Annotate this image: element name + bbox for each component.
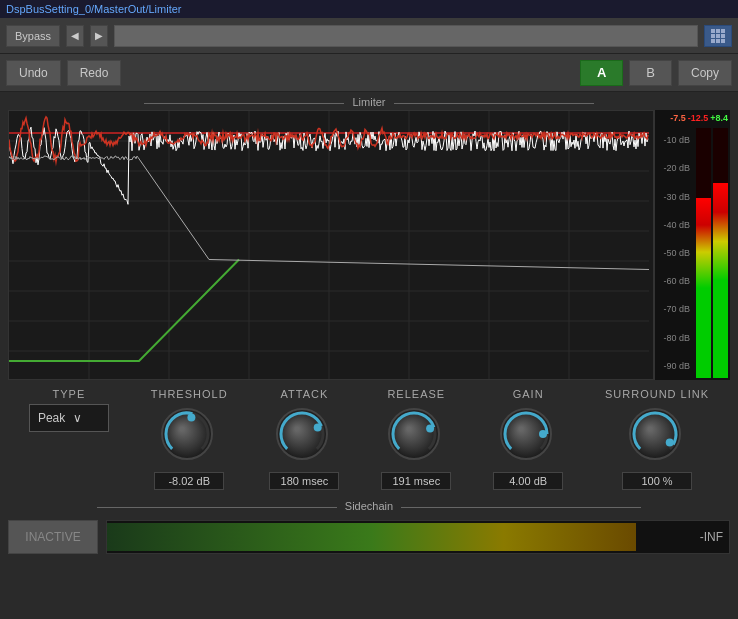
meter-db-labels: -10 dB -20 dB -30 dB -40 dB -50 dB -60 d… bbox=[655, 126, 693, 380]
surround-link-control: SURROUND LINK 100 % bbox=[605, 388, 709, 490]
gain-knob[interactable] bbox=[496, 404, 556, 464]
release-label: RELEASE bbox=[387, 388, 445, 400]
sidechain-label: Sidechain bbox=[8, 500, 730, 512]
title-bar: DspBusSetting_0/MasterOut/Limiter bbox=[0, 0, 738, 18]
undo-button[interactable]: Undo bbox=[6, 60, 61, 86]
prev-button[interactable]: ◀ bbox=[66, 25, 84, 47]
type-control: TYPE Peak ∨ bbox=[29, 388, 109, 432]
attack-label: ATTACK bbox=[281, 388, 329, 400]
threshold-knob[interactable] bbox=[157, 404, 217, 464]
bypass-button[interactable]: Bypass bbox=[6, 25, 60, 47]
attack-value: 180 msec bbox=[269, 472, 339, 490]
top-controls: Bypass ◀ ▶ bbox=[0, 18, 738, 54]
surround-link-knob[interactable] bbox=[625, 404, 685, 464]
svg-rect-7 bbox=[716, 39, 720, 43]
threshold-label: THRESHOLD bbox=[151, 388, 228, 400]
release-knob[interactable] bbox=[384, 404, 444, 464]
title-text: DspBusSetting_0/MasterOut/Limiter bbox=[6, 3, 181, 15]
release-knob-container bbox=[384, 404, 448, 468]
attack-knob[interactable] bbox=[272, 404, 332, 464]
meter-bar-2 bbox=[713, 128, 728, 378]
attack-knob-container bbox=[272, 404, 336, 468]
grid-button[interactable] bbox=[704, 25, 732, 47]
inactive-button[interactable]: INACTIVE bbox=[8, 520, 98, 554]
sidechain-value: -INF bbox=[700, 530, 723, 544]
meter-bars-area bbox=[694, 126, 730, 380]
level-meter: -7.5 -12.5 +8.4 -10 dB -20 dB -30 dB -40… bbox=[654, 110, 730, 380]
svg-rect-8 bbox=[721, 39, 725, 43]
surround-link-value: 100 % bbox=[622, 472, 692, 490]
release-control: RELEASE 191 msec bbox=[381, 388, 451, 490]
threshold-knob-container bbox=[157, 404, 221, 468]
visualizer-container: -7.5 -12.5 +8.4 -10 dB -20 dB -30 dB -40… bbox=[8, 110, 730, 380]
svg-rect-3 bbox=[711, 34, 715, 38]
threshold-control: THRESHOLD -8.02 dB bbox=[151, 388, 228, 490]
gain-knob-container bbox=[496, 404, 560, 468]
controls-area: TYPE Peak ∨ THRESHOLD -8.02 dB ATTACK 18… bbox=[8, 380, 730, 494]
meter-bar-1 bbox=[696, 128, 711, 378]
visualizer bbox=[8, 110, 654, 380]
type-dropdown[interactable]: Peak ∨ bbox=[29, 404, 109, 432]
surround-link-knob-container bbox=[625, 404, 689, 468]
gain-label: GAIN bbox=[513, 388, 544, 400]
clip-value-2: -12.5 bbox=[688, 113, 709, 123]
attack-control: ATTACK 180 msec bbox=[269, 388, 339, 490]
clip-value-1: -7.5 bbox=[670, 113, 686, 123]
svg-rect-4 bbox=[716, 34, 720, 38]
sidechain-controls: INACTIVE -INF bbox=[8, 516, 730, 558]
surround-link-label: SURROUND LINK bbox=[605, 388, 709, 400]
viz-canvas bbox=[9, 111, 649, 380]
preset-bar[interactable] bbox=[114, 25, 698, 47]
toolbar: Undo Redo A B Copy bbox=[0, 54, 738, 92]
copy-button[interactable]: Copy bbox=[678, 60, 732, 86]
main-area: Limiter -7.5 -12.5 +8.4 -10 dB -20 dB -3… bbox=[0, 92, 738, 558]
gain-control: GAIN 4.00 dB bbox=[493, 388, 563, 490]
svg-rect-0 bbox=[711, 29, 715, 33]
svg-rect-2 bbox=[721, 29, 725, 33]
type-label: TYPE bbox=[53, 388, 86, 400]
limiter-section: Limiter -7.5 -12.5 +8.4 -10 dB -20 dB -3… bbox=[8, 96, 730, 380]
gain-value: 4.00 dB bbox=[493, 472, 563, 490]
a-button[interactable]: A bbox=[580, 60, 623, 86]
release-value: 191 msec bbox=[381, 472, 451, 490]
sidechain-section: Sidechain INACTIVE -INF bbox=[8, 500, 730, 558]
threshold-value: -8.02 dB bbox=[154, 472, 224, 490]
type-value: Peak bbox=[38, 411, 65, 425]
clip-value-3: +8.4 bbox=[710, 113, 728, 123]
redo-button[interactable]: Redo bbox=[67, 60, 122, 86]
b-button[interactable]: B bbox=[629, 60, 672, 86]
next-button[interactable]: ▶ bbox=[90, 25, 108, 47]
svg-rect-5 bbox=[721, 34, 725, 38]
svg-rect-6 bbox=[711, 39, 715, 43]
sidechain-meter: -INF bbox=[106, 520, 730, 554]
dropdown-icon: ∨ bbox=[73, 411, 82, 425]
svg-rect-1 bbox=[716, 29, 720, 33]
limiter-label: Limiter bbox=[8, 96, 730, 108]
sidechain-fill bbox=[107, 523, 636, 551]
